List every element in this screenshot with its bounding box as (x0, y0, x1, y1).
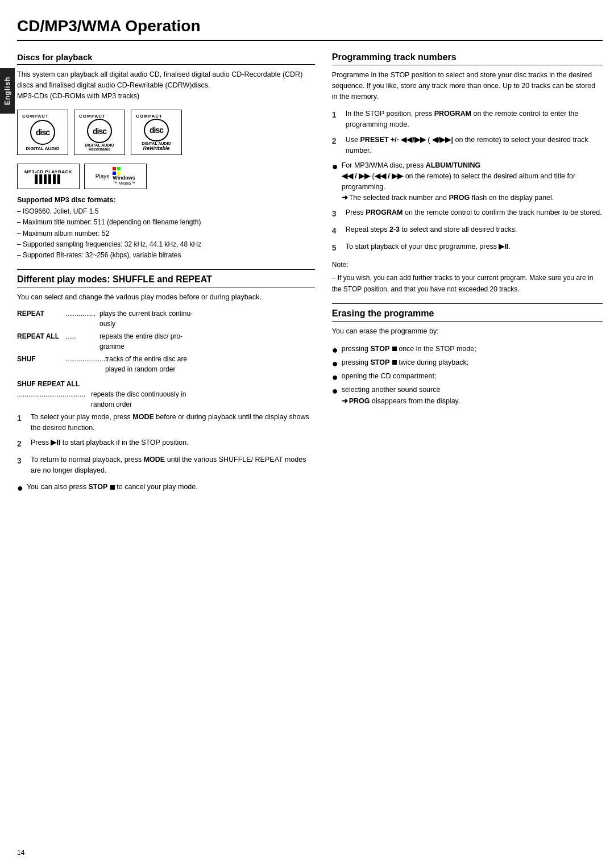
item-text: Press ▶II to start playback if in the ST… (31, 437, 189, 450)
disc2-label: disc (93, 127, 106, 136)
windows-label: Windows (113, 175, 135, 181)
mp3-playback-badge: MP3-CD PLAYBACK ▌▌▌▌▌▌ (17, 164, 80, 189)
shuffle-bullet-list: ● You can also press STOP to cancel your… (17, 482, 315, 493)
shuffle-title: Different play modes: SHUFFLE and REPEAT (17, 274, 315, 287)
disc1-circle: disc (30, 120, 55, 145)
numbered-item: 3 To return to normal playback, press MO… (17, 454, 315, 476)
disc1-label: disc (36, 128, 49, 137)
programming-numbered-list: 1 In the STOP position, press PROGRAM on… (332, 108, 603, 254)
sidebar-label: English (3, 77, 11, 105)
disc-digital-audio: COMPACT disc DIGITAL AUDIO (17, 110, 68, 155)
mode-key: REPEAT ALL (17, 331, 65, 352)
item-text: To select your play mode, press MODE bef… (31, 412, 315, 433)
shuf-repeat-all-row: .................................... rep… (17, 389, 315, 410)
disc3-top: COMPACT (136, 114, 177, 119)
prog-arrow: ➜ (342, 193, 348, 203)
numbered-item: 1 In the STOP position, press PROGRAM on… (332, 108, 603, 130)
shuf-desc: repeats the disc continuously inrandom o… (91, 389, 186, 410)
bullet-text: pressing STOP twice during playback; (342, 357, 468, 369)
mode-dots: ................ (65, 308, 99, 329)
bullet-item: ● You can also press STOP to cancel your… (17, 482, 315, 493)
note-block: Note: – If you wish, you can add further… (332, 260, 603, 295)
mp3-badge-title: MP3-CD PLAYBACK (24, 169, 72, 174)
item-text: For MP3/WMA disc, press ALBUM/TUNING ◀◀ … (342, 160, 603, 203)
windows-flag-icon (113, 167, 121, 175)
prog-disappear-text: PROG disappears from the display. (349, 396, 460, 407)
bullet-item: ● pressing STOP once in the STOP mode; (332, 344, 603, 355)
stop-square-icon (110, 485, 115, 490)
sidebar-english: English (0, 68, 15, 114)
numbered-item: 2 Press ▶II to start playback if in the … (17, 437, 315, 450)
numbered-item: 1 To select your play mode, press MODE b… (17, 412, 315, 433)
num-label: 3 (332, 207, 341, 220)
mode-dots: ..................... (65, 354, 105, 374)
disc-rewritable: COMPACT disc DIGITAL AUDIOReWritable (131, 110, 182, 155)
disc-recordable: COMPACT disc DIGITAL AUDIORecordable (74, 110, 125, 155)
disc1-bottom: DIGITAL AUDIO (22, 146, 63, 151)
list-item: Maximum album number: 52 (17, 228, 315, 239)
disc3-circle: disc (144, 119, 169, 141)
programming-title: Programming track numbers (332, 52, 603, 65)
mode-row-repeat-all: REPEAT ALL ...... repeats the entire dis… (17, 331, 315, 352)
disc-images: COMPACT disc DIGITAL AUDIO COMPACT disc (17, 110, 315, 155)
item-text: To start playback of your disc programme… (346, 241, 511, 254)
supported-list: ISO9660, Joliet, UDF 1.5 Maximum title n… (17, 206, 315, 261)
note-title: Note: (332, 261, 349, 269)
disc3-bottom: DIGITAL AUDIOReWritable (136, 141, 177, 151)
item-text: Use PRESET +/- ◀◀/▶▶ ( ◀/▶▶| on the remo… (346, 135, 603, 156)
mode-key: REPEAT (17, 308, 65, 329)
page-root: English CD/MP3/WMA Operation Discs for p… (0, 0, 614, 868)
item-text: Repeat steps 2-3 to select and store all… (346, 224, 517, 237)
discs-body-text: This system can playback all digital aud… (17, 70, 302, 89)
mode-dots: ...... (65, 331, 99, 352)
shuffle-section: Different play modes: SHUFFLE and REPEAT… (17, 274, 315, 493)
item-text: Press PROGRAM on the remote control to c… (346, 207, 602, 220)
disc1-top: COMPACT (22, 114, 63, 119)
list-item: ISO9660, Joliet, UDF 1.5 (17, 206, 315, 217)
num-label: 4 (332, 224, 341, 237)
windows-media-badge: Plays Windows ™ Media™ (84, 164, 147, 189)
divider (17, 269, 315, 270)
page-number: 14 (17, 849, 24, 857)
list-item: Supported sampling frequencies: 32 kHz, … (17, 239, 315, 250)
item-text: To return to normal playback, press MODE… (31, 454, 315, 476)
mode-desc: tracks of the entire disc areplayed in r… (105, 354, 315, 374)
erasing-intro: You can erase the programme by: (332, 326, 603, 337)
prog-arrow-erase: ➜ (342, 396, 348, 407)
programming-section: Programming track numbers Programme in t… (332, 52, 603, 295)
bullet-item: ● opening the CD compartment; (332, 371, 603, 382)
supported-title: Supported MP3 disc formats: (17, 196, 315, 204)
bullet-text: opening the CD compartment; (342, 371, 437, 382)
programming-intro: Programme in the STOP position to select… (332, 70, 603, 102)
discs-section: Discs for playback This system can playb… (17, 52, 315, 189)
stop-square-icon (392, 360, 397, 365)
bullet-text: selecting another sound source ➜ PROG di… (342, 385, 460, 407)
mode-row-repeat: REPEAT ................ plays the curren… (17, 308, 315, 329)
bullet-item: ● For MP3/WMA disc, press ALBUM/TUNING ◀… (332, 160, 603, 203)
shuf-repeat-all-label: SHUF REPEAT ALL (17, 380, 315, 388)
bullet-icon: ● (332, 344, 338, 355)
bullet-icon: ● (332, 385, 338, 407)
bullet-text: pressing STOP once in the STOP mode; (342, 344, 476, 355)
supported-section: Supported MP3 disc formats: ISO9660, Jol… (17, 196, 315, 261)
list-item: Maximum title number: 511 (depending on … (17, 217, 315, 228)
note-body: – If you wish, you can add further track… (332, 273, 603, 294)
mode-table: REPEAT ................ plays the curren… (17, 308, 315, 374)
shuffle-numbered-list: 1 To select your play mode, press MODE b… (17, 412, 315, 476)
disc3-label: disc (150, 126, 163, 135)
shuf-dots: .................................... (17, 389, 91, 410)
num-label: 2 (332, 135, 341, 156)
media-label: ™ Media™ (113, 181, 135, 186)
windows-badge-content: Windows ™ Media™ (113, 167, 135, 186)
shuffle-intro: You can select and change the various pl… (17, 292, 315, 303)
discs-title: Discs for playback (17, 52, 315, 65)
bullet-icon: ● (332, 357, 338, 369)
mode-row-shuf: SHUF ..................... tracks of the… (17, 354, 315, 374)
num-label: 1 (17, 412, 26, 433)
divider-erasing (332, 303, 603, 304)
numbered-item: 2 Use PRESET +/- ◀◀/▶▶ ( ◀/▶▶| on the re… (332, 135, 603, 156)
right-column: Programming track numbers Programme in t… (332, 52, 603, 498)
discs-mp3-line: MP3-CDs (CD-ROMs with MP3 tracks) (17, 92, 139, 100)
prog-flash-text: The selected track number and PROG flash… (349, 193, 554, 203)
bullet-icon: ● (17, 482, 23, 493)
